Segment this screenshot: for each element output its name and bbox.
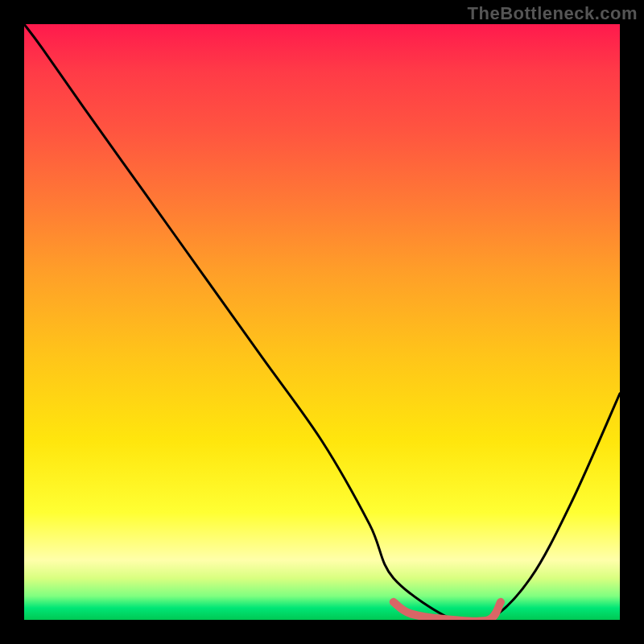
bottleneck-curve-line xyxy=(24,24,620,620)
chart-svg xyxy=(24,24,620,620)
watermark-text: TheBottleneck.com xyxy=(468,3,638,24)
optimal-band-marker xyxy=(394,602,501,620)
chart-frame xyxy=(24,24,620,620)
